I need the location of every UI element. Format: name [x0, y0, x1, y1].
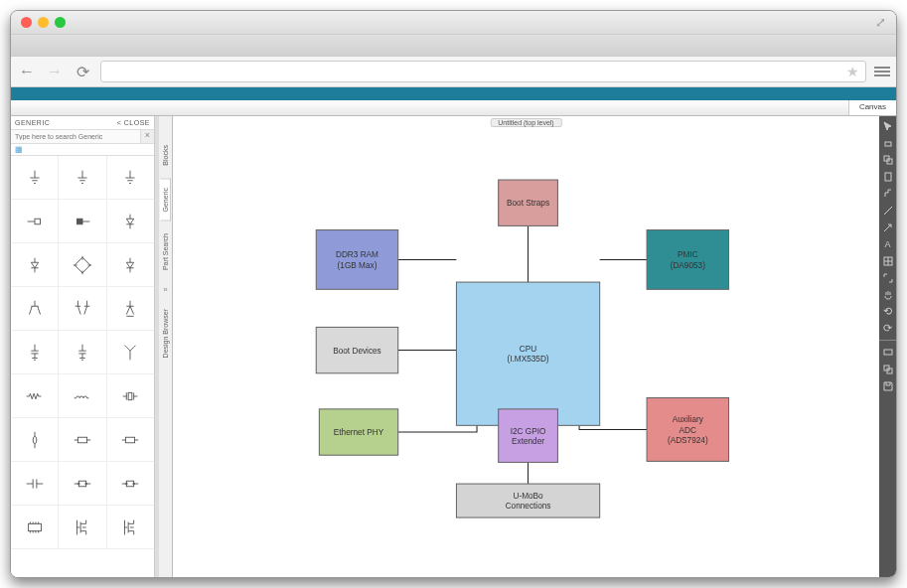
save-tool-icon[interactable] — [882, 380, 893, 391]
shape-crystal[interactable] — [107, 374, 154, 418]
svg-text:CPU: CPU — [520, 345, 536, 354]
shape-capacitor-h[interactable] — [11, 462, 59, 506]
canvas[interactable]: Untitled (top level) CPU(I.MX535D)Boot S… — [173, 116, 879, 577]
window-controls — [21, 17, 66, 28]
block-bootdev[interactable]: Boot Devices — [316, 327, 397, 372]
view-toggle-bar[interactable]: ▦ — [11, 144, 154, 156]
browser-window: ⤢ ← → ⟳ ★ Canvas GENERIC < CLOSE × ▦ — [10, 10, 897, 578]
shape-switch-2[interactable] — [107, 462, 154, 506]
pointer-tool-icon[interactable] — [882, 120, 893, 131]
shape-transistor-3[interactable] — [107, 287, 154, 331]
block-umobo[interactable]: U-MoBoConnections — [456, 484, 599, 517]
paste-tool-icon[interactable] — [882, 171, 893, 182]
back-icon[interactable]: ← — [17, 63, 37, 80]
shape-resistor-box[interactable] — [59, 418, 106, 462]
close-window-icon[interactable] — [21, 17, 32, 28]
branch-tool-icon[interactable] — [882, 188, 893, 199]
shape-mosfet-2[interactable] — [107, 506, 154, 549]
app-ribbon — [11, 87, 896, 100]
titlebar: ⤢ — [11, 11, 896, 34]
svg-rect-3 — [128, 392, 132, 399]
line-tool-icon[interactable] — [882, 205, 893, 216]
maximize-window-icon[interactable] — [55, 17, 66, 28]
block-pmic[interactable]: PMIC(DA9053) — [647, 230, 728, 290]
svg-rect-5 — [77, 437, 86, 443]
shape-diode-2[interactable] — [11, 243, 59, 287]
shape-mosfet-1[interactable] — [59, 506, 106, 549]
forward-icon: → — [45, 63, 65, 80]
url-bar[interactable]: ★ — [100, 61, 866, 82]
block-eth[interactable]: Ethernet PHY — [319, 409, 397, 455]
block-ddr[interactable]: DDR3 RAM(1GB Max) — [316, 230, 397, 290]
table-tool-icon[interactable] — [882, 255, 893, 266]
shape-cap-ground[interactable] — [11, 331, 59, 374]
workspace: GENERIC < CLOSE × ▦ — [11, 116, 896, 577]
shape-inductor[interactable] — [59, 374, 106, 418]
block-boot[interactable]: Boot Straps — [499, 180, 558, 225]
shape-ic[interactable] — [11, 506, 59, 549]
shape-ground-2[interactable] — [59, 156, 106, 200]
browser-navbar: ← → ⟳ ★ — [11, 56, 896, 87]
panel-close-button[interactable]: < CLOSE — [117, 119, 150, 126]
right-toolbar: A ⟲ ⟳ — [879, 116, 896, 577]
vtab-blocks[interactable]: Blocks — [160, 136, 171, 175]
eraser-tool-icon[interactable] — [882, 137, 893, 148]
shape-bridge[interactable] — [59, 243, 106, 287]
svg-text:PMIC: PMIC — [678, 250, 698, 259]
shape-diode-1[interactable] — [107, 200, 154, 243]
svg-text:(I.MX535D): (I.MX535D) — [508, 355, 549, 364]
shape-transistor-2[interactable] — [59, 287, 106, 331]
vtab-design-browser[interactable]: Design Browser — [160, 300, 171, 367]
minimize-window-icon[interactable] — [38, 17, 49, 28]
svg-text:ADC: ADC — [680, 426, 696, 435]
expand-tool-icon[interactable] — [882, 272, 893, 283]
svg-text:Boot Straps: Boot Straps — [507, 199, 549, 208]
search-input[interactable] — [11, 130, 140, 143]
shape-antenna[interactable] — [107, 331, 154, 374]
text-tool-icon[interactable]: A — [882, 238, 893, 249]
vtab-part-search[interactable]: Part Search — [160, 224, 171, 279]
tab-canvas[interactable]: Canvas — [848, 100, 896, 115]
svg-text:I2C GPIO: I2C GPIO — [511, 427, 546, 436]
svg-rect-19 — [316, 230, 397, 290]
shape-switch-1[interactable] — [59, 462, 106, 506]
vertical-tabs: Blocks Generic Part Search » Design Brow… — [159, 116, 173, 577]
svg-rect-22 — [647, 230, 728, 290]
shape-diode-3[interactable] — [107, 243, 154, 287]
redo-tool-icon[interactable]: ⟳ — [882, 323, 893, 334]
shape-fuse[interactable] — [11, 418, 59, 462]
svg-rect-36 — [456, 484, 599, 517]
left-panel-header: GENERIC < CLOSE — [11, 116, 154, 130]
shape-port-in[interactable] — [59, 200, 106, 243]
svg-rect-1 — [76, 219, 82, 224]
shape-resistor-box-2[interactable] — [107, 418, 154, 462]
block-adc[interactable]: AuxiliaryADC(ADS7924) — [647, 398, 728, 462]
shape-ground-3[interactable] — [107, 156, 154, 200]
star-icon[interactable]: ★ — [846, 64, 859, 79]
browser-tabbar — [11, 34, 896, 56]
shape-port-out[interactable] — [11, 200, 59, 243]
block-diagram[interactable]: CPU(I.MX535D)Boot StrapsDDR3 RAM(1GB Max… — [173, 116, 879, 577]
vtab-generic[interactable]: Generic — [160, 179, 171, 221]
svg-text:U-MoBo: U-MoBo — [513, 492, 543, 501]
hand-tool-icon[interactable] — [882, 289, 893, 300]
screen-tool-icon[interactable] — [882, 347, 893, 358]
svg-rect-0 — [35, 219, 41, 224]
block-cpu[interactable]: CPU(I.MX535D) — [456, 282, 599, 425]
undo-tool-icon[interactable]: ⟲ — [882, 306, 893, 317]
svg-rect-44 — [884, 350, 892, 355]
reload-icon[interactable]: ⟳ — [73, 63, 92, 81]
svg-text:Ethernet PHY: Ethernet PHY — [334, 428, 384, 437]
duplicate-tool-icon[interactable] — [882, 364, 893, 374]
clear-search-icon[interactable]: × — [140, 130, 154, 143]
shape-transistor-1[interactable] — [11, 287, 59, 331]
hamburger-icon[interactable] — [874, 67, 890, 76]
fullscreen-icon[interactable]: ⤢ — [875, 15, 886, 30]
arrow-tool-icon[interactable] — [882, 221, 893, 232]
shape-cap-ground-2[interactable] — [59, 331, 106, 374]
block-i2c[interactable]: I2C GPIOExtender — [499, 409, 558, 463]
document-title[interactable]: Untitled (top level) — [490, 118, 561, 127]
shape-resistor-zig[interactable] — [11, 374, 59, 418]
copy-tool-icon[interactable] — [882, 154, 893, 165]
shape-ground-1[interactable] — [11, 156, 59, 200]
